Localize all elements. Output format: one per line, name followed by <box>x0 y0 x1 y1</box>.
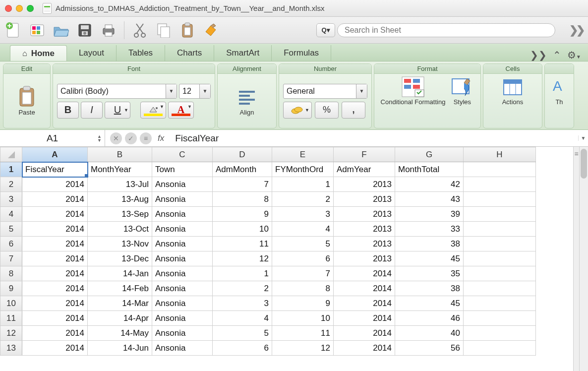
cell[interactable]: 2014 <box>22 266 88 281</box>
tab-layout[interactable]: Layout <box>67 45 117 61</box>
column-header[interactable]: H <box>464 147 536 162</box>
cell[interactable]: 43 <box>395 192 464 207</box>
cell[interactable]: FYMonthOrd <box>272 162 334 177</box>
copy-icon[interactable] <box>155 22 172 39</box>
row-header[interactable]: 4 <box>0 207 22 222</box>
tab-home[interactable]: ⌂Home <box>10 45 67 61</box>
cell[interactable]: MonthTotal <box>395 162 464 177</box>
cell[interactable]: 39 <box>395 207 464 222</box>
cell[interactable]: 2013 <box>334 222 395 237</box>
ribbon-collapse-icon[interactable]: ⌃ <box>553 49 561 61</box>
cell[interactable]: 2014 <box>22 207 88 222</box>
row-header[interactable]: 11 <box>0 311 22 326</box>
column-header[interactable]: D <box>213 147 272 162</box>
column-header[interactable]: C <box>152 147 213 162</box>
search-input[interactable] <box>337 23 555 37</box>
window-minimize-button[interactable] <box>16 5 23 12</box>
cell[interactable]: 2 <box>213 281 272 296</box>
cell[interactable]: 8 <box>213 192 272 207</box>
cell[interactable]: 56 <box>395 341 464 356</box>
cell[interactable]: 40 <box>395 326 464 341</box>
row-header[interactable]: 12 <box>0 326 22 341</box>
cell[interactable]: 6 <box>213 341 272 356</box>
cell[interactable]: FiscalYear <box>22 162 88 177</box>
cell[interactable]: Ansonia <box>152 177 213 192</box>
cell[interactable]: 2014 <box>22 177 88 192</box>
vertical-scrollbar[interactable] <box>579 147 588 371</box>
cell[interactable]: 2014 <box>22 281 88 296</box>
styles-button[interactable]: Styles <box>450 76 474 106</box>
fx-icon[interactable]: fx <box>158 133 164 143</box>
cell[interactable]: 2013 <box>334 237 395 251</box>
cell[interactable]: 13-Jul <box>88 177 152 192</box>
comma-button[interactable]: , <box>342 102 365 119</box>
cell[interactable]: 2014 <box>334 296 395 311</box>
cell[interactable]: 7 <box>213 177 272 192</box>
conditional-formatting-button[interactable]: Conditional Formatting <box>381 76 446 106</box>
cell[interactable] <box>464 251 536 266</box>
tab-charts[interactable]: Charts <box>165 45 214 61</box>
column-header[interactable]: G <box>395 147 464 162</box>
cell[interactable] <box>464 326 536 341</box>
cell[interactable]: Ansonia <box>152 296 213 311</box>
cell[interactable]: 2014 <box>334 311 395 326</box>
cell[interactable] <box>464 222 536 237</box>
formula-accept-button[interactable]: ✓ <box>125 132 137 144</box>
align-button[interactable]: Align <box>222 76 272 126</box>
spreadsheet-grid[interactable]: ABCDEFGH1FiscalYearMonthYearTownAdmMonth… <box>0 147 536 356</box>
cell[interactable] <box>464 311 536 326</box>
cell[interactable]: Ansonia <box>152 341 213 356</box>
cell[interactable]: 45 <box>395 251 464 266</box>
cell[interactable]: 10 <box>272 311 334 326</box>
open-icon[interactable] <box>53 22 69 39</box>
column-header[interactable]: B <box>88 147 152 162</box>
number-format-combo[interactable]: General▼ <box>283 84 367 99</box>
cell[interactable]: MonthYear <box>88 162 152 177</box>
cell[interactable]: 14-Jun <box>88 341 152 356</box>
row-header[interactable]: 1 <box>0 162 22 177</box>
row-header[interactable]: 9 <box>0 281 22 296</box>
cell[interactable]: 38 <box>395 281 464 296</box>
tab-tables[interactable]: Tables <box>117 45 165 61</box>
row-header[interactable]: 2 <box>0 177 22 192</box>
cell[interactable]: Ansonia <box>152 237 213 251</box>
cell[interactable]: 9 <box>272 296 334 311</box>
cell[interactable]: 2013 <box>334 207 395 222</box>
name-box-stepper[interactable]: ▲▼ <box>97 134 102 142</box>
cell[interactable]: 2014 <box>334 266 395 281</box>
cell[interactable]: 13-Dec <box>88 251 152 266</box>
search-scope-button[interactable]: Q▾ <box>316 23 335 37</box>
cell[interactable]: 14-Feb <box>88 281 152 296</box>
cell[interactable]: 9 <box>213 207 272 222</box>
tabs-overflow-icon[interactable]: ❯❯ <box>530 49 547 61</box>
cell[interactable]: Town <box>152 162 213 177</box>
cell[interactable]: 33 <box>395 222 464 237</box>
formula-cancel-button[interactable]: ✕ <box>110 132 122 144</box>
cell[interactable]: 2014 <box>22 237 88 251</box>
cell[interactable]: 2 <box>272 192 334 207</box>
cell[interactable]: 2014 <box>22 341 88 356</box>
formula-input[interactable]: FiscalYear <box>172 133 578 144</box>
cell[interactable]: 2014 <box>334 281 395 296</box>
underline-button[interactable]: U▼ <box>105 102 130 119</box>
cell[interactable]: 14-Jan <box>88 266 152 281</box>
cell[interactable]: 14-Mar <box>88 296 152 311</box>
fill-color-button[interactable]: ▼ <box>140 102 166 119</box>
cell[interactable]: 35 <box>395 266 464 281</box>
cell[interactable]: Ansonia <box>152 266 213 281</box>
cell[interactable]: 12 <box>213 251 272 266</box>
cell[interactable]: 11 <box>272 326 334 341</box>
row-header[interactable]: 7 <box>0 251 22 266</box>
cell[interactable]: 14-Apr <box>88 311 152 326</box>
cell[interactable]: 12 <box>272 341 334 356</box>
cell[interactable]: Ansonia <box>152 326 213 341</box>
cell[interactable]: Ansonia <box>152 251 213 266</box>
column-header[interactable]: A <box>22 147 88 162</box>
paste-icon[interactable] <box>179 22 196 39</box>
format-painter-icon[interactable] <box>203 22 220 39</box>
cell[interactable]: 13-Aug <box>88 192 152 207</box>
paste-button[interactable]: Paste <box>7 76 46 126</box>
font-name-combo[interactable]: Calibri (Body)▼ <box>57 84 177 99</box>
cell[interactable] <box>464 177 536 192</box>
cell[interactable] <box>464 162 536 177</box>
